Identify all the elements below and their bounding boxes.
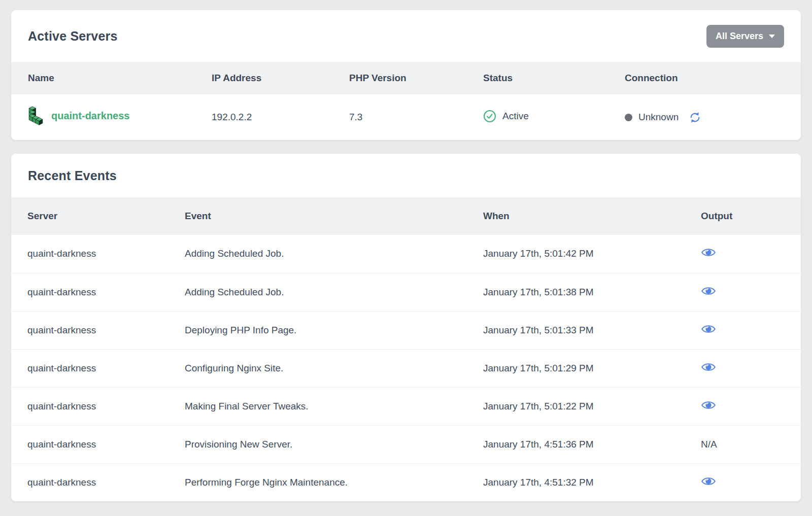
- col-header-event: Event: [168, 197, 467, 235]
- col-header-connection: Connection: [608, 62, 801, 94]
- active-servers-panel: Active Servers All Servers Name IP Addre…: [11, 10, 801, 140]
- connection-unknown-dot-icon: [625, 114, 632, 121]
- col-header-when: When: [467, 197, 685, 235]
- server-connection-label: Unknown: [638, 112, 679, 123]
- col-header-output: Output: [685, 197, 801, 235]
- server-status-cell: Active: [466, 94, 608, 140]
- server-name-label: quaint-darkness: [51, 110, 129, 122]
- event-table-row: quaint-darkness Configuring Nginx Site. …: [11, 349, 801, 387]
- event-when-cell: January 17th, 5:01:42 PM: [467, 235, 685, 273]
- server-php-cell: 7.3: [332, 94, 466, 140]
- event-table-row: quaint-darkness Provisioning New Server.…: [11, 425, 801, 463]
- event-output-cell: N/A: [685, 425, 801, 463]
- event-server-cell: quaint-darkness: [11, 273, 168, 311]
- server-connection-cell: Unknown: [608, 94, 801, 140]
- event-description-cell: Making Final Server Tweaks.: [168, 387, 467, 425]
- servers-table: Name IP Address PHP Version Status Conne…: [11, 62, 801, 140]
- event-server-cell: quaint-darkness: [11, 235, 168, 273]
- event-when-cell: January 17th, 5:01:29 PM: [467, 349, 685, 387]
- event-description-cell: Adding Scheduled Job.: [168, 235, 467, 273]
- event-server-cell: quaint-darkness: [11, 463, 168, 501]
- view-output-eye-icon[interactable]: [701, 286, 716, 296]
- event-output-cell: [685, 273, 801, 311]
- event-server-cell: quaint-darkness: [11, 387, 168, 425]
- event-output-cell: [685, 311, 801, 349]
- event-server-cell: quaint-darkness: [11, 349, 168, 387]
- event-description-cell: Configuring Nginx Site.: [168, 349, 467, 387]
- refresh-connection-icon[interactable]: [689, 111, 701, 124]
- event-output-cell: [685, 349, 801, 387]
- event-when-cell: January 17th, 5:01:22 PM: [467, 387, 685, 425]
- event-output-cell: [685, 235, 801, 273]
- servers-table-header-row: Name IP Address PHP Version Status Conne…: [11, 62, 801, 94]
- servers-tbody: quaint-darkness 192.0.2.2 7.3 Active Unk…: [11, 94, 801, 140]
- event-table-row: quaint-darkness Adding Scheduled Job. Ja…: [11, 235, 801, 273]
- server-cubes-icon: [28, 106, 44, 127]
- event-output-cell: [685, 387, 801, 425]
- col-header-php: PHP Version: [332, 62, 466, 94]
- event-description-cell: Deploying PHP Info Page.: [168, 311, 467, 349]
- view-output-eye-icon[interactable]: [701, 247, 716, 258]
- col-header-status: Status: [466, 62, 608, 94]
- events-table: Server Event When Output quaint-darkness…: [11, 197, 801, 501]
- chevron-down-icon: [769, 35, 775, 38]
- event-server-cell: quaint-darkness: [11, 311, 168, 349]
- all-servers-dropdown-label: All Servers: [716, 31, 763, 42]
- recent-events-title: Recent Events: [28, 168, 117, 183]
- event-when-cell: January 17th, 4:51:36 PM: [467, 425, 685, 463]
- event-description-cell: Performing Forge Nginx Maintenance.: [168, 463, 467, 501]
- col-header-server: Server: [11, 197, 168, 235]
- server-ip-cell: 192.0.2.2: [195, 94, 332, 140]
- event-description-cell: Provisioning New Server.: [168, 425, 467, 463]
- recent-events-panel: Recent Events Server Event When Output q…: [11, 154, 801, 501]
- view-output-eye-icon[interactable]: [701, 476, 716, 487]
- page-title: Active Servers: [28, 29, 118, 44]
- recent-events-header: Recent Events: [11, 154, 801, 197]
- event-description-cell: Adding Scheduled Job.: [168, 273, 467, 311]
- event-output-cell: [685, 463, 801, 501]
- server-name-link[interactable]: quaint-darkness: [28, 106, 129, 127]
- status-active-check-icon: [483, 110, 496, 123]
- active-servers-header: Active Servers All Servers: [11, 10, 801, 62]
- event-table-row: quaint-darkness Performing Forge Nginx M…: [11, 463, 801, 501]
- event-when-cell: January 17th, 5:01:38 PM: [467, 273, 685, 311]
- view-output-eye-icon[interactable]: [701, 400, 716, 410]
- view-output-eye-icon[interactable]: [701, 324, 716, 334]
- event-table-row: quaint-darkness Making Final Server Twea…: [11, 387, 801, 425]
- server-table-row: quaint-darkness 192.0.2.2 7.3 Active Unk…: [11, 94, 801, 140]
- view-output-eye-icon[interactable]: [701, 362, 716, 372]
- event-table-row: quaint-darkness Adding Scheduled Job. Ja…: [11, 273, 801, 311]
- col-header-ip: IP Address: [195, 62, 332, 94]
- all-servers-dropdown-button[interactable]: All Servers: [706, 25, 784, 48]
- col-header-name: Name: [11, 62, 195, 94]
- server-status-label: Active: [502, 111, 529, 122]
- event-table-row: quaint-darkness Deploying PHP Info Page.…: [11, 311, 801, 349]
- event-when-cell: January 17th, 5:01:33 PM: [467, 311, 685, 349]
- events-tbody: quaint-darkness Adding Scheduled Job. Ja…: [11, 235, 801, 501]
- event-when-cell: January 17th, 4:51:32 PM: [467, 463, 685, 501]
- output-na-label: N/A: [701, 439, 717, 450]
- event-server-cell: quaint-darkness: [11, 425, 168, 463]
- events-table-header-row: Server Event When Output: [11, 197, 801, 235]
